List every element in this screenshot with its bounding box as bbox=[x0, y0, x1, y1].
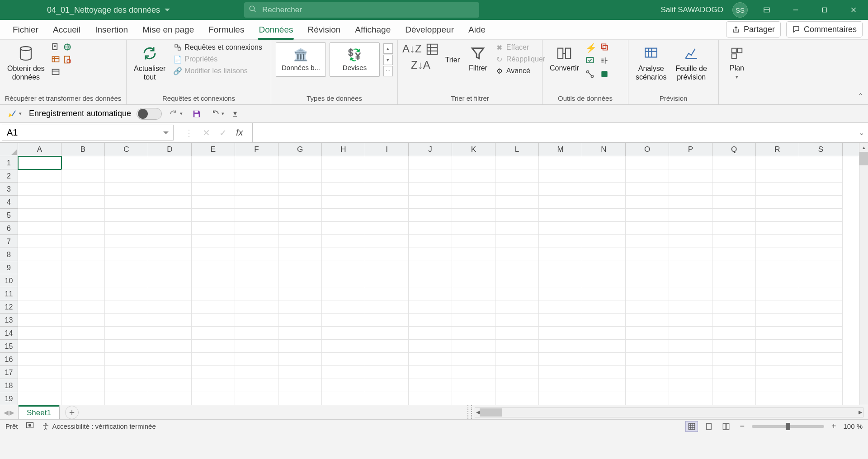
cell-K19[interactable] bbox=[452, 392, 495, 405]
cell-L11[interactable] bbox=[495, 287, 539, 300]
from-text-icon[interactable] bbox=[51, 42, 60, 53]
cell-K15[interactable] bbox=[452, 340, 495, 353]
cell-I5[interactable] bbox=[365, 209, 409, 222]
cell-E10[interactable] bbox=[192, 274, 235, 287]
cell-H10[interactable] bbox=[322, 274, 365, 287]
cell-E2[interactable] bbox=[192, 169, 235, 183]
cell-H15[interactable] bbox=[322, 340, 365, 353]
cell-N12[interactable] bbox=[582, 300, 626, 314]
datatype-gallery-spinner[interactable]: ▴ ▾ ⋯ bbox=[383, 43, 393, 76]
cell-L19[interactable] bbox=[495, 392, 539, 405]
cell-S11[interactable] bbox=[799, 287, 843, 300]
cell-I16[interactable] bbox=[365, 353, 409, 366]
cell-D3[interactable] bbox=[148, 183, 192, 196]
cell-N3[interactable] bbox=[582, 183, 626, 196]
refresh-all-button[interactable]: Actualiser tout bbox=[131, 42, 168, 83]
cell-F10[interactable] bbox=[235, 274, 278, 287]
cell-O19[interactable] bbox=[626, 392, 669, 405]
cell-R18[interactable] bbox=[756, 379, 799, 392]
cell-H17[interactable] bbox=[322, 366, 365, 379]
cell-G7[interactable] bbox=[278, 235, 322, 248]
cell-P12[interactable] bbox=[669, 300, 712, 314]
cell-A3[interactable] bbox=[18, 183, 61, 196]
cell-K8[interactable] bbox=[452, 248, 495, 261]
formula-input[interactable] bbox=[252, 123, 854, 142]
cell-G1[interactable] bbox=[278, 156, 322, 169]
cell-S9[interactable] bbox=[799, 261, 843, 274]
cell-G10[interactable] bbox=[278, 274, 322, 287]
cell-J5[interactable] bbox=[409, 209, 452, 222]
cell-E6[interactable] bbox=[192, 222, 235, 235]
cell-A13[interactable] bbox=[18, 314, 61, 327]
cell-L15[interactable] bbox=[495, 340, 539, 353]
cell-F13[interactable] bbox=[235, 314, 278, 327]
cell-G6[interactable] bbox=[278, 222, 322, 235]
cell-P15[interactable] bbox=[669, 340, 712, 353]
cell-R15[interactable] bbox=[756, 340, 799, 353]
name-box[interactable]: A1 bbox=[2, 125, 174, 141]
cell-E16[interactable] bbox=[192, 353, 235, 366]
cell-O10[interactable] bbox=[626, 274, 669, 287]
cell-N19[interactable] bbox=[582, 392, 626, 405]
cell-D17[interactable] bbox=[148, 366, 192, 379]
cell-S4[interactable] bbox=[799, 196, 843, 209]
redo-button[interactable]: ▾ bbox=[167, 108, 184, 120]
cell-D2[interactable] bbox=[148, 169, 192, 183]
cell-D15[interactable] bbox=[148, 340, 192, 353]
cell-F15[interactable] bbox=[235, 340, 278, 353]
cell-M18[interactable] bbox=[539, 379, 582, 392]
cell-F5[interactable] bbox=[235, 209, 278, 222]
cell-R14[interactable] bbox=[756, 327, 799, 340]
row-header-5[interactable]: 5 bbox=[0, 209, 18, 222]
cell-N2[interactable] bbox=[582, 169, 626, 183]
cell-L7[interactable] bbox=[495, 235, 539, 248]
cell-H9[interactable] bbox=[322, 261, 365, 274]
datatype-currency-button[interactable]: 💱 Devises bbox=[330, 42, 380, 77]
cell-P13[interactable] bbox=[669, 314, 712, 327]
cell-C11[interactable] bbox=[105, 287, 148, 300]
cell-Q19[interactable] bbox=[712, 392, 756, 405]
cell-I11[interactable] bbox=[365, 287, 409, 300]
col-header-F[interactable]: F bbox=[235, 143, 278, 156]
add-sheet-button[interactable]: ＋ bbox=[65, 406, 79, 419]
cell-M10[interactable] bbox=[539, 274, 582, 287]
cell-D11[interactable] bbox=[148, 287, 192, 300]
cell-C5[interactable] bbox=[105, 209, 148, 222]
col-header-P[interactable]: P bbox=[669, 143, 712, 156]
cell-S17[interactable] bbox=[799, 366, 843, 379]
cell-N8[interactable] bbox=[582, 248, 626, 261]
cell-B4[interactable] bbox=[61, 196, 105, 209]
cell-Q6[interactable] bbox=[712, 222, 756, 235]
comments-button[interactable]: Commentaires bbox=[786, 21, 863, 37]
cell-C13[interactable] bbox=[105, 314, 148, 327]
col-header-N[interactable]: N bbox=[582, 143, 626, 156]
tab-données[interactable]: Données bbox=[251, 20, 300, 39]
cell-Q7[interactable] bbox=[712, 235, 756, 248]
col-header-G[interactable]: G bbox=[278, 143, 322, 156]
cell-Q2[interactable] bbox=[712, 169, 756, 183]
flash-fill-icon[interactable]: ⚡ bbox=[585, 42, 597, 53]
cell-A16[interactable] bbox=[18, 353, 61, 366]
sort-grid-icon[interactable] bbox=[425, 42, 439, 58]
existing-conn-icon[interactable] bbox=[51, 68, 72, 79]
cell-C7[interactable] bbox=[105, 235, 148, 248]
cell-H3[interactable] bbox=[322, 183, 365, 196]
cell-J8[interactable] bbox=[409, 248, 452, 261]
row-header-8[interactable]: 8 bbox=[0, 248, 18, 261]
cell-L16[interactable] bbox=[495, 353, 539, 366]
cell-G19[interactable] bbox=[278, 392, 322, 405]
row-header-7[interactable]: 7 bbox=[0, 235, 18, 248]
col-header-E[interactable]: E bbox=[192, 143, 235, 156]
cell-O3[interactable] bbox=[626, 183, 669, 196]
cell-O2[interactable] bbox=[626, 169, 669, 183]
cell-J17[interactable] bbox=[409, 366, 452, 379]
relationships-icon[interactable] bbox=[585, 70, 597, 80]
horizontal-scrollbar[interactable]: ◀ ▶ bbox=[475, 407, 863, 417]
cell-C10[interactable] bbox=[105, 274, 148, 287]
cell-D7[interactable] bbox=[148, 235, 192, 248]
cell-E5[interactable] bbox=[192, 209, 235, 222]
col-header-I[interactable]: I bbox=[365, 143, 409, 156]
cell-O4[interactable] bbox=[626, 196, 669, 209]
cell-F12[interactable] bbox=[235, 300, 278, 314]
row-header-19[interactable]: 19 bbox=[0, 392, 18, 405]
